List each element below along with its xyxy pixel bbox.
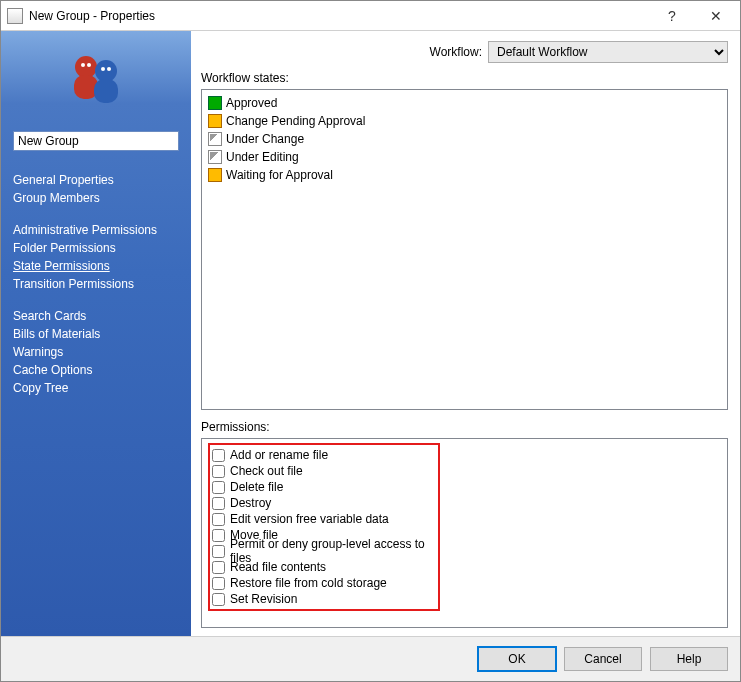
state-pending-icon	[208, 114, 222, 128]
permission-checkbox[interactable]	[212, 545, 225, 558]
permission-label: Check out file	[230, 464, 303, 478]
state-label: Under Editing	[226, 150, 299, 164]
permission-row[interactable]: Delete file	[212, 479, 436, 495]
permission-checkbox[interactable]	[212, 529, 225, 542]
permission-row[interactable]: Restore file from cold storage	[212, 575, 436, 591]
permission-checkbox[interactable]	[212, 577, 225, 590]
permission-checkbox[interactable]	[212, 593, 225, 606]
state-label: Waiting for Approval	[226, 168, 333, 182]
permissions-highlight: Add or rename file Check out file Delete…	[208, 443, 440, 611]
sidebar-item-cache-options[interactable]: Cache Options	[13, 361, 179, 379]
permission-label: Add or rename file	[230, 448, 328, 462]
permission-label: Set Revision	[230, 592, 297, 606]
workflow-label: Workflow:	[430, 45, 482, 59]
state-label: Under Change	[226, 132, 304, 146]
dialog-footer: OK Cancel Help	[1, 636, 740, 681]
sidebar-item-transition-permissions[interactable]: Transition Permissions	[13, 275, 179, 293]
group-avatar-icon	[64, 49, 128, 109]
svg-rect-3	[94, 79, 118, 103]
svg-point-7	[107, 67, 111, 71]
sidebar-item-copy-tree[interactable]: Copy Tree	[13, 379, 179, 397]
svg-point-4	[81, 63, 85, 67]
workflow-states-label: Workflow states:	[201, 71, 728, 85]
permission-row[interactable]: Destroy	[212, 495, 436, 511]
permission-checkbox[interactable]	[212, 561, 225, 574]
sidebar-item-warnings[interactable]: Warnings	[13, 343, 179, 361]
permission-row[interactable]: Permit or deny group-level access to fil…	[212, 543, 436, 559]
permission-label: Delete file	[230, 480, 283, 494]
sidebar-item-bills-of-materials[interactable]: Bills of Materials	[13, 325, 179, 343]
svg-point-5	[87, 63, 91, 67]
state-row[interactable]: Under Change	[208, 130, 721, 148]
ok-button[interactable]: OK	[478, 647, 556, 671]
state-pending-icon	[208, 168, 222, 182]
state-label: Approved	[226, 96, 277, 110]
permission-label: Restore file from cold storage	[230, 576, 387, 590]
permission-checkbox[interactable]	[212, 481, 225, 494]
help-icon[interactable]: ?	[650, 2, 694, 30]
permission-label: Edit version free variable data	[230, 512, 389, 526]
permission-checkbox[interactable]	[212, 497, 225, 510]
sidebar-item-search-cards[interactable]: Search Cards	[13, 307, 179, 325]
permission-checkbox[interactable]	[212, 465, 225, 478]
permission-label: Destroy	[230, 496, 271, 510]
help-button[interactable]: Help	[650, 647, 728, 671]
sidebar-item-general-properties[interactable]: General Properties	[13, 171, 179, 189]
state-row[interactable]: Under Editing	[208, 148, 721, 166]
state-approved-icon	[208, 96, 222, 110]
state-row[interactable]: Change Pending Approval	[208, 112, 721, 130]
permission-row[interactable]: Edit version free variable data	[212, 511, 436, 527]
close-icon[interactable]: ✕	[694, 2, 738, 30]
permissions-label: Permissions:	[201, 420, 728, 434]
svg-point-2	[95, 60, 117, 82]
svg-point-6	[101, 67, 105, 71]
state-row[interactable]: Waiting for Approval	[208, 166, 721, 184]
sidebar-item-group-members[interactable]: Group Members	[13, 189, 179, 207]
permission-label: Read file contents	[230, 560, 326, 574]
state-row[interactable]: Approved	[208, 94, 721, 112]
properties-dialog: New Group - Properties ? ✕	[0, 0, 741, 682]
group-name-input[interactable]	[13, 131, 179, 151]
state-editing-icon	[208, 150, 222, 164]
permission-row[interactable]: Set Revision	[212, 591, 436, 607]
sidebar: General Properties Group Members Adminis…	[1, 31, 191, 636]
workflow-states-list[interactable]: Approved Change Pending Approval Under C…	[201, 89, 728, 410]
permission-row[interactable]: Check out file	[212, 463, 436, 479]
sidebar-item-administrative-permissions[interactable]: Administrative Permissions	[13, 221, 179, 239]
sidebar-item-folder-permissions[interactable]: Folder Permissions	[13, 239, 179, 257]
app-icon	[7, 8, 23, 24]
titlebar: New Group - Properties ? ✕	[1, 1, 740, 31]
cancel-button[interactable]: Cancel	[564, 647, 642, 671]
permissions-list: Add or rename file Check out file Delete…	[201, 438, 728, 628]
workflow-select[interactable]: Default Workflow	[488, 41, 728, 63]
permission-checkbox[interactable]	[212, 513, 225, 526]
sidebar-item-state-permissions[interactable]: State Permissions	[13, 257, 179, 275]
svg-point-0	[75, 56, 97, 78]
state-label: Change Pending Approval	[226, 114, 365, 128]
state-editing-icon	[208, 132, 222, 146]
permission-row[interactable]: Add or rename file	[212, 447, 436, 463]
window-title: New Group - Properties	[29, 9, 155, 23]
main-panel: Workflow: Default Workflow Workflow stat…	[191, 31, 740, 636]
permission-checkbox[interactable]	[212, 449, 225, 462]
